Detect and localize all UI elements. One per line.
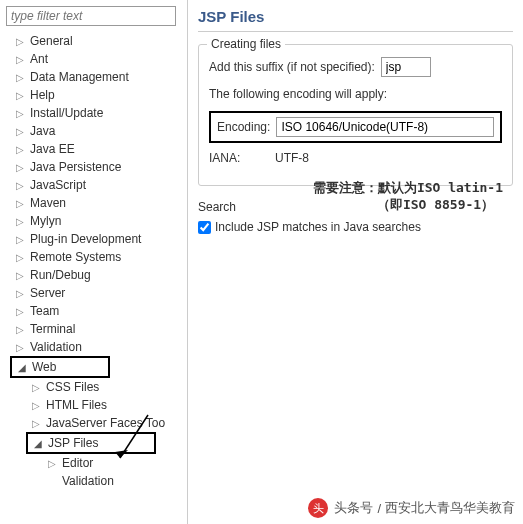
- preferences-tree: ▷General ▷Ant ▷Data Management ▷Help ▷In…: [4, 32, 183, 490]
- tree-label: Ant: [30, 52, 48, 66]
- tree-label: Run/Debug: [30, 268, 91, 282]
- chevron-right-icon: ▷: [16, 108, 26, 118]
- chevron-right-icon: ▷: [16, 72, 26, 82]
- chevron-right-icon: ▷: [32, 418, 42, 428]
- chevron-right-icon: ▷: [16, 162, 26, 172]
- suffix-label: Add this suffix (if not specified):: [209, 60, 375, 74]
- tree-label: Java: [30, 124, 55, 138]
- iana-value: UTF-8: [275, 151, 309, 165]
- tree-item[interactable]: ▷HTML Files: [4, 396, 183, 414]
- chevron-down-icon: ◢: [34, 438, 44, 448]
- chevron-right-icon: ▷: [16, 36, 26, 46]
- creating-files-group: Creating files Add this suffix (if not s…: [198, 44, 513, 186]
- tree-label: Install/Update: [30, 106, 103, 120]
- tree-label: Java Persistence: [30, 160, 121, 174]
- tree-label: Maven: [30, 196, 66, 210]
- chevron-right-icon: ▷: [16, 54, 26, 64]
- chevron-right-icon: ▷: [32, 382, 42, 392]
- chevron-right-icon: ▷: [16, 126, 26, 136]
- tree-item[interactable]: ▷Data Management: [4, 68, 183, 86]
- suffix-input[interactable]: [381, 57, 431, 77]
- tree-label: Server: [30, 286, 65, 300]
- page-title: JSP Files: [198, 8, 513, 32]
- tree-label: Validation: [62, 474, 114, 488]
- tree-item[interactable]: ▷Java Persistence: [4, 158, 183, 176]
- tree-label: Mylyn: [30, 214, 61, 228]
- tree-item[interactable]: ▷Install/Update: [4, 104, 183, 122]
- tree-item-jsp-files[interactable]: ◢JSP Files: [34, 434, 154, 452]
- encoding-label: Encoding:: [217, 120, 270, 134]
- tree-label: Plug-in Development: [30, 232, 141, 246]
- tree-label: JavaScript: [30, 178, 86, 192]
- chevron-right-icon: ▷: [16, 270, 26, 280]
- tree-label: Terminal: [30, 322, 75, 336]
- chevron-right-icon: ▷: [16, 342, 26, 352]
- tree-label: CSS Files: [46, 380, 99, 394]
- tree-label: Web: [32, 360, 56, 374]
- tree-label: Data Management: [30, 70, 129, 84]
- tree-item[interactable]: ▷Server: [4, 284, 183, 302]
- chevron-right-icon: ▷: [16, 180, 26, 190]
- tree-item[interactable]: ▷General: [4, 32, 183, 50]
- iana-label: IANA:: [209, 151, 269, 165]
- encoding-select[interactable]: [276, 117, 494, 137]
- tree-label: JavaServer Faces Too: [46, 416, 165, 430]
- chevron-down-icon: ◢: [18, 362, 28, 372]
- tree-label: JSP Files: [48, 436, 98, 450]
- tree-item[interactable]: Validation: [4, 472, 183, 490]
- chevron-right-icon: ▷: [16, 144, 26, 154]
- chevron-right-icon: ▷: [16, 198, 26, 208]
- filter-input[interactable]: [6, 6, 176, 26]
- checkbox-label: Include JSP matches in Java searches: [215, 220, 421, 234]
- chevron-right-icon: ▷: [16, 234, 26, 244]
- highlight-box-jsp: ◢JSP Files: [26, 432, 156, 454]
- highlight-box-web: ◢Web: [10, 356, 110, 378]
- tree-item[interactable]: ▷Help: [4, 86, 183, 104]
- tree-label: Java EE: [30, 142, 75, 156]
- chevron-right-icon: ▷: [16, 90, 26, 100]
- chevron-right-icon: ▷: [16, 252, 26, 262]
- preferences-sidebar: ▷General ▷Ant ▷Data Management ▷Help ▷In…: [0, 0, 188, 524]
- chevron-right-icon: ▷: [16, 306, 26, 316]
- chevron-right-icon: ▷: [16, 288, 26, 298]
- annotation-text: 需要注意：默认为ISO latin-1 （即ISO 8859-1）: [313, 180, 503, 214]
- highlight-box-encoding: Encoding:: [209, 111, 502, 143]
- chevron-right-icon: ▷: [48, 458, 58, 468]
- chevron-right-icon: [48, 476, 58, 486]
- watermark-name: 西安北大青鸟华美教育: [385, 499, 515, 517]
- tree-label: Help: [30, 88, 55, 102]
- tree-item[interactable]: ▷Remote Systems: [4, 248, 183, 266]
- tree-item[interactable]: ▷Java EE: [4, 140, 183, 158]
- tree-item[interactable]: ▷Mylyn: [4, 212, 183, 230]
- tree-item[interactable]: ▷Validation: [4, 338, 183, 356]
- tree-item[interactable]: ▷Run/Debug: [4, 266, 183, 284]
- tree-item[interactable]: ▷Java: [4, 122, 183, 140]
- include-jsp-checkbox[interactable]: [198, 221, 211, 234]
- main-panel: JSP Files Creating files Add this suffix…: [188, 0, 523, 524]
- watermark-logo-icon: 头: [308, 498, 328, 518]
- chevron-right-icon: ▷: [16, 216, 26, 226]
- chevron-right-icon: ▷: [32, 400, 42, 410]
- watermark-prefix: 头条号: [334, 499, 373, 517]
- chevron-right-icon: ▷: [16, 324, 26, 334]
- tree-label: Editor: [62, 456, 93, 470]
- tree-item[interactable]: ▷JavaScript: [4, 176, 183, 194]
- encoding-note: The following encoding will apply:: [209, 87, 387, 101]
- tree-label: Team: [30, 304, 59, 318]
- tree-item[interactable]: ▷Plug-in Development: [4, 230, 183, 248]
- tree-item[interactable]: ▷Editor: [4, 454, 183, 472]
- tree-label: Remote Systems: [30, 250, 121, 264]
- tree-item[interactable]: ▷Ant: [4, 50, 183, 68]
- tree-item[interactable]: ▷Terminal: [4, 320, 183, 338]
- tree-item-web[interactable]: ◢Web: [18, 358, 108, 376]
- group-legend: Creating files: [207, 37, 285, 51]
- tree-label: General: [30, 34, 73, 48]
- tree-label: HTML Files: [46, 398, 107, 412]
- watermark: 头 头条号 / 西安北大青鸟华美教育: [308, 498, 515, 518]
- tree-item[interactable]: ▷JavaServer Faces Too: [4, 414, 183, 432]
- tree-label: Validation: [30, 340, 82, 354]
- tree-item[interactable]: ▷CSS Files: [4, 378, 183, 396]
- tree-item[interactable]: ▷Maven: [4, 194, 183, 212]
- tree-item[interactable]: ▷Team: [4, 302, 183, 320]
